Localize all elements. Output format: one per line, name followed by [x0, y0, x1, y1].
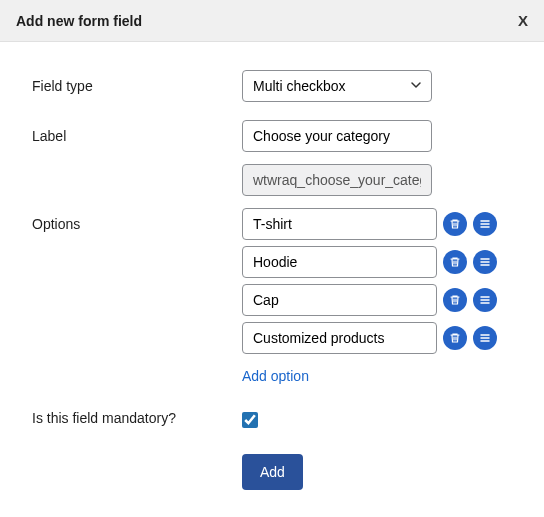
drag-handle-button[interactable] — [473, 250, 497, 274]
label-input[interactable] — [242, 120, 432, 152]
dialog-title: Add new form field — [16, 13, 142, 29]
mandatory-checkbox[interactable] — [242, 412, 258, 428]
drag-handle-icon — [479, 218, 491, 230]
label-row: Label — [32, 120, 512, 196]
field-type-row: Field type Multi checkbox — [32, 70, 512, 102]
drag-handle-icon — [479, 294, 491, 306]
delete-option-button[interactable] — [443, 288, 467, 312]
drag-handle-button[interactable] — [473, 212, 497, 236]
trash-icon — [449, 256, 461, 268]
add-button[interactable]: Add — [242, 454, 303, 490]
option-item — [242, 208, 512, 240]
trash-icon — [449, 294, 461, 306]
label-field-label: Label — [32, 120, 242, 144]
drag-handle-icon — [479, 332, 491, 344]
trash-icon — [449, 332, 461, 344]
drag-handle-icon — [479, 256, 491, 268]
field-type-label: Field type — [32, 70, 242, 94]
options-label: Options — [32, 208, 242, 232]
mandatory-row: Is this field mandatory? — [32, 408, 512, 428]
option-input[interactable] — [242, 246, 437, 278]
option-input[interactable] — [242, 322, 437, 354]
submit-row: Add — [32, 448, 512, 490]
delete-option-button[interactable] — [443, 326, 467, 350]
dialog-body: Field type Multi checkbox Label Options — [0, 42, 544, 517]
drag-handle-button[interactable] — [473, 288, 497, 312]
option-item — [242, 284, 512, 316]
drag-handle-button[interactable] — [473, 326, 497, 350]
close-button[interactable]: X — [518, 12, 528, 29]
add-option-link[interactable]: Add option — [242, 368, 309, 384]
option-input[interactable] — [242, 208, 437, 240]
trash-icon — [449, 218, 461, 230]
field-type-select[interactable]: Multi checkbox — [242, 70, 432, 102]
delete-option-button[interactable] — [443, 250, 467, 274]
mandatory-label: Is this field mandatory? — [32, 408, 242, 426]
option-item — [242, 322, 512, 354]
delete-option-button[interactable] — [443, 212, 467, 236]
options-row: Options — [32, 208, 512, 384]
slug-input[interactable] — [242, 164, 432, 196]
option-item — [242, 246, 512, 278]
dialog-header: Add new form field X — [0, 0, 544, 42]
option-input[interactable] — [242, 284, 437, 316]
